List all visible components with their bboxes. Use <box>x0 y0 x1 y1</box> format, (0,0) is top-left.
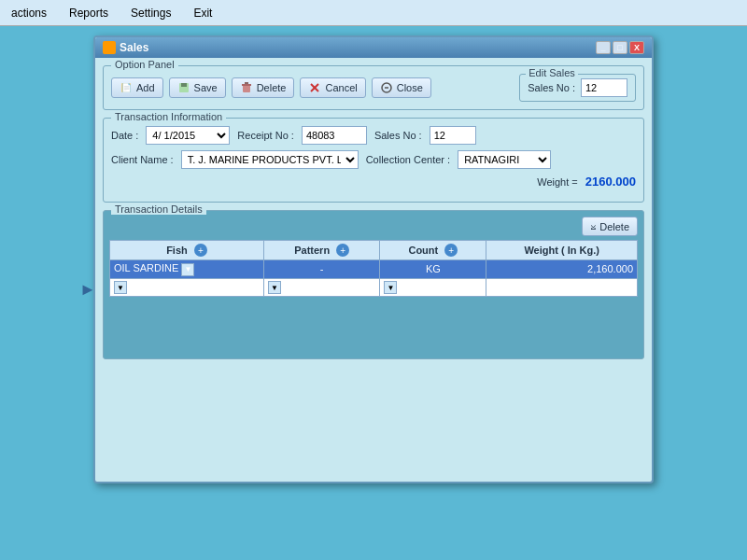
transaction-details-panel: Transaction Details ⨲ Delete Fish + <box>103 210 644 359</box>
pattern-value-1: - <box>320 263 324 274</box>
svg-rect-7 <box>245 82 248 84</box>
client-row: Client Name : T. J. MARINE PRODUCTS PVT.… <box>111 150 636 169</box>
close-button[interactable]: Close <box>372 77 431 98</box>
save-label: Save <box>194 82 218 93</box>
save-icon <box>177 81 190 94</box>
fish-dropdown-2[interactable]: ▼ <box>114 281 127 294</box>
date-select[interactable]: 4/ 1/2015 <box>146 126 230 145</box>
menu-actions[interactable]: actions <box>7 5 50 21</box>
svg-rect-4 <box>180 88 188 92</box>
table-row[interactable]: OIL SARDINE ▼ - KG 2,160.000 <box>110 260 638 279</box>
collection-select[interactable]: RATNAGIRI <box>458 150 551 169</box>
delete-circle-icon: ⨲ <box>590 219 597 233</box>
nav-arrow[interactable]: ► <box>79 280 96 300</box>
table-delete-button[interactable]: ⨲ Delete <box>582 217 638 236</box>
transaction-table: Fish + Pattern + Count + Weight <box>109 240 638 297</box>
transaction-info-label: Transaction Information <box>111 111 226 122</box>
save-button[interactable]: Save <box>169 77 226 98</box>
option-panel-label: Option Panel <box>111 59 178 70</box>
weight-cell-2 <box>486 278 638 297</box>
svg-rect-6 <box>242 84 251 86</box>
title-icon <box>103 41 116 54</box>
add-count-button[interactable]: + <box>444 244 458 257</box>
weight-label: Weight = <box>537 176 578 188</box>
col-weight: Weight ( In Kg.) <box>486 241 638 260</box>
dialog-body: Option Panel 📄 Add <box>95 58 652 367</box>
count-cell-1: KG <box>380 260 486 279</box>
weight-value-1: 2,160.000 <box>587 263 633 274</box>
count-value-1: KG <box>426 263 441 274</box>
delete-btn-row: ⨲ Delete <box>109 217 638 236</box>
table-header-row: Fish + Pattern + Count + Weight <box>110 241 638 260</box>
option-panel: Option Panel 📄 Add <box>103 65 644 110</box>
fish-dropdown-1[interactable]: ▼ <box>181 263 194 276</box>
date-row: Date : 4/ 1/2015 Receipt No : Sales No : <box>111 126 636 145</box>
delete-icon <box>240 81 253 94</box>
sales-dialog: Sales _ □ X Option Panel 📄 <box>93 35 654 483</box>
weight-row: Weight = 2160.000 <box>111 175 636 189</box>
sales-no-label: Sales No : <box>374 130 422 141</box>
close-label: Close <box>397 82 423 93</box>
edit-sales-section: Edit Sales Sales No : <box>519 74 636 102</box>
menu-reports[interactable]: Reports <box>65 5 112 21</box>
col-fish: Fish + <box>110 241 264 260</box>
dialog-title-text: Sales <box>120 41 148 54</box>
col-pattern: Pattern + <box>263 241 380 260</box>
menu-exit[interactable]: Exit <box>190 5 216 21</box>
edit-sales-no-label: Sales No : <box>528 82 575 93</box>
option-panel-inner: 📄 Add Save <box>111 74 636 102</box>
receipt-label: Receipt No : <box>237 130 294 141</box>
dialog-titlebar: Sales _ □ X <box>95 37 652 58</box>
add-fish-button[interactable]: + <box>194 244 207 257</box>
weight-value: 2160.000 <box>585 175 636 189</box>
table-row[interactable]: ▼ ▼ ▼ <box>110 278 638 297</box>
delete-toolbar-button[interactable]: Delete <box>232 77 295 98</box>
option-buttons: 📄 Add Save <box>111 77 431 98</box>
window-close-button[interactable]: X <box>629 41 644 54</box>
receipt-input[interactable] <box>302 126 367 145</box>
menubar: actions Reports Settings Exit <box>0 0 747 26</box>
client-select[interactable]: T. J. MARINE PRODUCTS PVT. LTD. <box>181 150 359 169</box>
close-icon <box>380 81 393 94</box>
delete-toolbar-label: Delete <box>257 82 287 93</box>
sales-no-input[interactable] <box>430 126 476 145</box>
edit-sales-label: Edit Sales <box>526 67 578 78</box>
collection-label: Collection Center : <box>366 154 451 165</box>
transaction-info-panel: Transaction Information Date : 4/ 1/2015… <box>103 118 644 203</box>
pattern-cell-1: - <box>263 260 380 279</box>
add-pattern-button[interactable]: + <box>336 244 349 257</box>
cancel-icon <box>308 81 321 94</box>
add-button[interactable]: 📄 Add <box>111 77 163 98</box>
weight-cell-1: 2,160.000 <box>486 260 638 279</box>
add-icon: 📄 <box>120 81 133 94</box>
count-cell-2: ▼ <box>380 278 486 297</box>
dialog-title: Sales <box>103 41 148 54</box>
col-count: Count + <box>380 241 486 260</box>
dialog-controls: _ □ X <box>596 41 644 54</box>
fish-cell-1: OIL SARDINE ▼ <box>110 260 264 279</box>
cancel-button[interactable]: Cancel <box>300 77 365 98</box>
menu-settings[interactable]: Settings <box>127 5 175 21</box>
pattern-cell-2: ▼ <box>263 278 380 297</box>
date-label: Date : <box>111 130 138 141</box>
fish-cell-2: ▼ <box>110 278 264 297</box>
cancel-label: Cancel <box>325 82 357 93</box>
client-label: Client Name : <box>111 154 174 165</box>
pattern-dropdown-2[interactable]: ▼ <box>268 281 281 294</box>
main-area: ► Sales _ □ X Option Panel <box>0 26 747 560</box>
svg-rect-5 <box>243 85 250 92</box>
table-delete-label: Delete <box>599 221 629 232</box>
add-label: Add <box>136 82 155 93</box>
transaction-details-label: Transaction Details <box>111 203 206 215</box>
count-dropdown-2[interactable]: ▼ <box>384 281 397 294</box>
svg-text:📄: 📄 <box>121 82 133 93</box>
minimize-button[interactable]: _ <box>596 41 611 54</box>
fish-value-1: OIL SARDINE <box>114 262 178 273</box>
svg-rect-3 <box>181 83 187 87</box>
edit-sales-no-input[interactable] <box>581 78 627 97</box>
maximize-button[interactable]: □ <box>613 41 627 54</box>
